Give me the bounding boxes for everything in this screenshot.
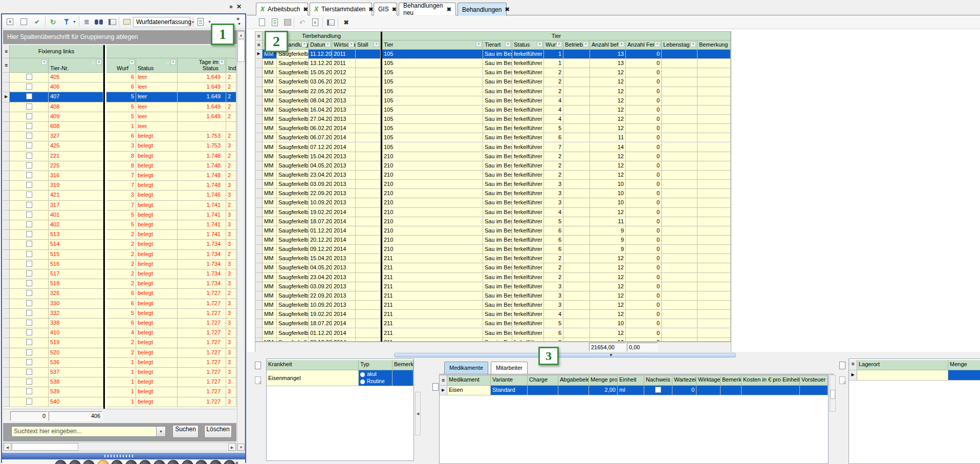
checkbox-icon[interactable] [26, 212, 32, 218]
ind-cell[interactable]: 3 [226, 387, 236, 397]
checkbox-icon[interactable] [26, 162, 32, 168]
stall-cell[interactable] [356, 263, 381, 272]
erst-cell[interactable]: MM [263, 301, 277, 310]
anzbeh-cell[interactable]: 10 [590, 180, 626, 189]
status-cell[interactable]: ferkelführer [512, 338, 544, 342]
ind-cell[interactable]: 2 [226, 161, 236, 171]
bemerkung-cell[interactable] [721, 386, 742, 395]
erst-cell[interactable]: MM [263, 245, 277, 254]
anzferk-cell[interactable]: 0 [626, 59, 662, 68]
betrieb-cell[interactable] [563, 236, 590, 245]
status-cell[interactable]: ferkelführer [512, 50, 544, 59]
row-indicator[interactable] [3, 122, 10, 132]
tierart-cell[interactable]: Sau im Besta [483, 87, 512, 96]
krankheit-cell[interactable]: Eisenmangel [267, 370, 359, 386]
wurf-cell[interactable]: 8 [106, 152, 136, 161]
datum-cell[interactable]: 23.04.2013 [309, 273, 332, 282]
anzbeh-cell[interactable]: 9 [590, 236, 626, 245]
filter-icon[interactable]: ▼ [96, 59, 102, 65]
tier-cell[interactable]: 210 [382, 217, 483, 226]
lagerort-cell[interactable] [857, 370, 948, 381]
bemerkung-col-header[interactable]: Bemerkung [721, 375, 742, 386]
anzbeh-cell[interactable]: 12 [590, 96, 626, 106]
erst-cell[interactable]: MM [263, 180, 277, 189]
anzbeh-cell[interactable]: 12 [590, 171, 626, 180]
status-cell[interactable]: belegt [136, 289, 178, 299]
wurf-cell[interactable]: 4 [106, 328, 136, 338]
ind-cell[interactable]: 2 [226, 250, 236, 260]
bem-cell[interactable] [698, 68, 731, 77]
tage-im-status-cell[interactable]: 1.741 [178, 210, 226, 220]
bem-cell[interactable] [698, 329, 731, 338]
tier-nr-cell[interactable]: 519 [49, 338, 103, 348]
tier-cell[interactable]: 105 [382, 68, 483, 77]
dock-icon-7[interactable]: € [154, 460, 165, 464]
ind-cell[interactable]: 2 [226, 152, 236, 161]
tierart-cell[interactable]: Sau im Besta [483, 180, 512, 189]
ind-cell[interactable]: 2 [226, 73, 236, 82]
row-checkbox-cell[interactable] [10, 348, 49, 358]
ind-cell[interactable]: 3 [226, 191, 236, 200]
kosten-col-header[interactable]: Kosten in € pro Einheit [742, 375, 800, 386]
kosten-cell[interactable] [742, 386, 800, 395]
datum-cell[interactable]: 16.04.2013 [309, 106, 332, 115]
status-cell[interactable]: belegt [136, 309, 178, 319]
status-cell[interactable]: belegt [136, 181, 178, 191]
panel-close-icon[interactable]: ✕ [236, 3, 242, 10]
row-checkbox-cell[interactable] [10, 210, 49, 220]
medikament-col-header[interactable]: Medikament [447, 375, 491, 386]
stall-cell[interactable] [356, 161, 381, 171]
status-cell[interactable]: leer [136, 122, 178, 132]
row-indicator[interactable] [255, 301, 263, 310]
erst-cell[interactable]: MM [263, 217, 277, 226]
betrieb-cell[interactable] [563, 282, 590, 291]
wirt-cell[interactable]: 2013 [332, 96, 356, 106]
status-cell[interactable]: ferkelführer [512, 301, 544, 310]
ind-cell[interactable]: 3 [226, 377, 236, 387]
tage-im-status-cell[interactable]: 1.741 [178, 230, 226, 240]
anzferk-cell[interactable]: 0 [626, 96, 662, 106]
datum-cell[interactable]: 03.09.2013 [309, 282, 332, 291]
erst-cell[interactable]: MM [263, 77, 277, 87]
erst-cell[interactable]: MM [263, 273, 277, 282]
row-indicator[interactable] [255, 96, 263, 106]
wurf-cell[interactable]: 4 [544, 106, 563, 115]
wurf-cell[interactable]: 2 [106, 269, 136, 279]
bem-cell[interactable] [698, 310, 731, 319]
ind-cell[interactable]: 2 [226, 201, 236, 210]
tage-im-status-cell[interactable]: 1.734 [178, 260, 226, 269]
datum-cell[interactable]: 03.09.2013 [309, 180, 332, 189]
wirt-cell[interactable]: 2013 [332, 180, 356, 189]
bem-cell[interactable] [698, 180, 731, 189]
tier-nr-cell[interactable]: 319 [49, 181, 103, 191]
tier-cell[interactable]: 210 [382, 208, 483, 217]
betrieb-cell[interactable] [563, 180, 590, 189]
betrieb-cell[interactable] [563, 87, 590, 96]
open-document-icon[interactable] [270, 17, 279, 27]
wurf-cell[interactable]: 2 [544, 152, 563, 161]
dock-icon-11[interactable]: § [210, 460, 222, 464]
filter-icon[interactable]: ▼ [374, 41, 379, 47]
erst-cell[interactable]: MM [263, 189, 277, 198]
row-indicator[interactable] [255, 310, 263, 319]
add-row-icon[interactable] [432, 383, 439, 391]
close-icon[interactable]: ✖ [447, 6, 451, 13]
anzbeh-cell[interactable]: 12 [590, 161, 626, 171]
anzferk-cell[interactable]: 0 [626, 180, 662, 189]
row-indicator[interactable] [3, 387, 10, 397]
row-indicator[interactable] [3, 161, 10, 171]
tier-cell[interactable]: 105 [382, 115, 483, 124]
status-cell[interactable]: belegt [136, 348, 178, 358]
tier-nr-cell[interactable]: 537 [49, 368, 103, 377]
toolbar-overflow-icon[interactable]: » [236, 15, 239, 22]
wirt-cell[interactable]: 2013 [332, 115, 356, 124]
leben-col-header[interactable]: Lebenstag▼ [662, 40, 698, 50]
anzferk-cell[interactable]: 0 [626, 171, 662, 180]
stall-cell[interactable] [356, 87, 381, 96]
row-checkbox-cell[interactable] [10, 289, 49, 299]
beh-cell[interactable]: Saugferkelbehar [277, 245, 309, 254]
row-checkbox-cell[interactable] [10, 112, 49, 122]
row-checkbox-cell[interactable] [10, 260, 49, 269]
wurf-cell[interactable]: 4 [544, 96, 563, 106]
ind-cell[interactable]: 2 [226, 82, 236, 92]
